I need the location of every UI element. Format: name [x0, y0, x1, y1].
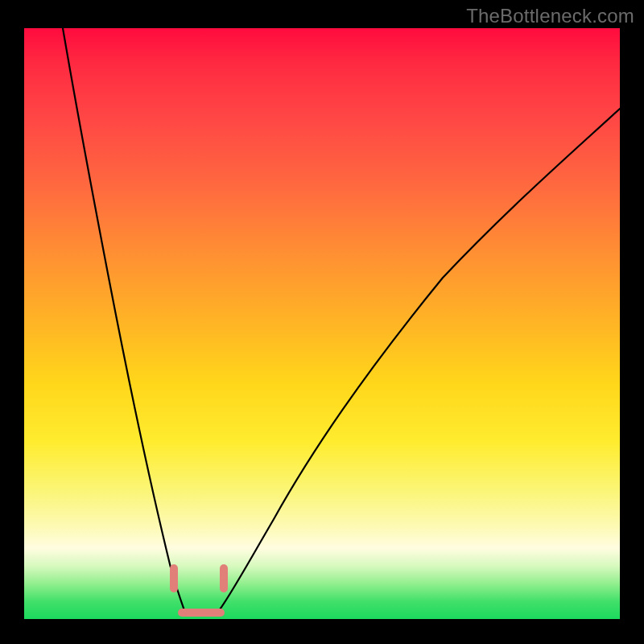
curve-right-branch — [217, 109, 620, 613]
bottleneck-curve — [24, 28, 620, 619]
chart-frame: TheBottleneck.com — [0, 0, 644, 644]
curve-left-branch — [63, 28, 185, 613]
watermark-text: TheBottleneck.com — [466, 5, 634, 27]
plot-area — [24, 28, 620, 619]
